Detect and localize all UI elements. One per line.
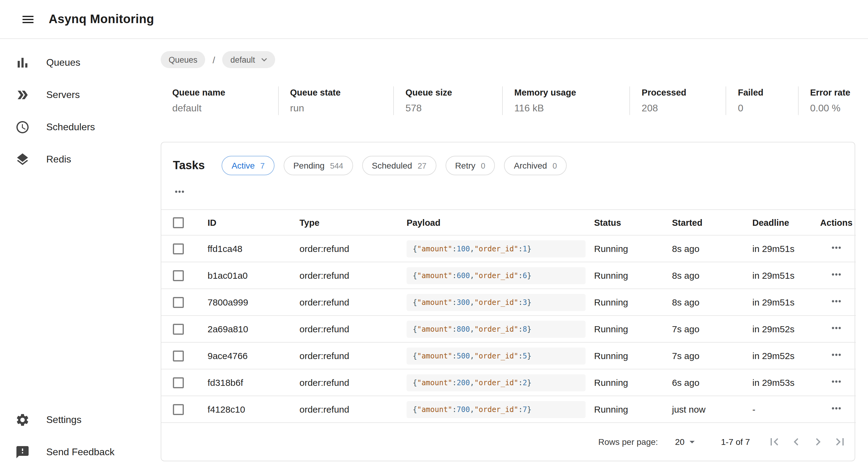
task-type: order:refund [300, 289, 407, 316]
sidebar-item-label: Settings [46, 414, 82, 425]
stat-queue-state: Queue state run [278, 86, 393, 115]
column-header-payload: Payload [407, 210, 594, 235]
first-page-button[interactable] [767, 435, 781, 449]
feedback-icon [15, 444, 30, 459]
task-started: 6s ago [672, 369, 752, 396]
more-horiz-icon [830, 375, 843, 388]
row-actions-button[interactable] [830, 294, 843, 308]
task-started: just now [672, 396, 752, 423]
tab-pending[interactable]: Pending 544 [284, 156, 353, 175]
task-payload: {"amount":500,"order_id":5} [407, 347, 586, 364]
sidebar-item-label: Queues [46, 57, 80, 68]
row-actions-button[interactable] [830, 348, 843, 362]
sidebar-spacer [0, 175, 146, 404]
tab-retry[interactable]: Retry 0 [445, 156, 495, 175]
previous-page-button[interactable] [789, 435, 804, 449]
more-horiz-icon [830, 241, 843, 254]
main-content: Queues / default Queue name default Queu… [146, 39, 868, 468]
bar-chart-icon [15, 55, 30, 70]
task-deadline: in 29m51s [752, 235, 817, 262]
sidebar-item-label: Redis [46, 154, 71, 165]
stat-processed: Processed 208 [629, 86, 725, 115]
last-page-button[interactable] [833, 435, 847, 449]
rows-per-page-select[interactable]: 20 [675, 436, 698, 448]
table-pagination: Rows per page: 20 1-7 of 7 [161, 423, 855, 461]
row-checkbox[interactable] [173, 324, 184, 335]
task-started: 7s ago [672, 342, 752, 369]
task-payload: {"amount":700,"order_id":7} [407, 401, 586, 418]
sidebar-item-redis[interactable]: Redis [0, 143, 146, 175]
app-title: Asynq Monitoring [49, 12, 154, 26]
row-checkbox[interactable] [173, 404, 184, 415]
task-type: order:refund [300, 342, 407, 369]
row-actions-button[interactable] [830, 268, 843, 281]
sidebar-item-send-feedback[interactable]: Send Feedback [0, 436, 146, 468]
chevron-down-icon [259, 54, 270, 65]
stat-queue-name: Queue name default [161, 86, 278, 115]
task-started: 7s ago [672, 316, 752, 342]
row-actions-button[interactable] [830, 241, 843, 254]
tab-archived[interactable]: Archived 0 [504, 156, 567, 175]
task-id: fd318b6f [208, 369, 300, 396]
next-page-button[interactable] [811, 435, 826, 449]
queue-stats: Queue name default Queue state run Queue… [161, 86, 855, 115]
column-header-status: Status [594, 210, 672, 235]
task-type: order:refund [300, 369, 407, 396]
tab-scheduled[interactable]: Scheduled 27 [362, 156, 436, 175]
more-horiz-icon [830, 294, 843, 308]
row-actions-button[interactable] [830, 375, 843, 388]
sidebar: Queues Servers Schedulers Redis Settings [0, 39, 146, 468]
row-checkbox[interactable] [173, 297, 184, 308]
row-checkbox[interactable] [173, 243, 184, 254]
stat-failed: Failed 0 [725, 86, 798, 115]
row-actions-button[interactable] [830, 321, 843, 335]
task-id: 7800a999 [208, 289, 300, 316]
screen: Asynq Monitoring Queues Servers Schedule… [0, 0, 868, 468]
more-horiz-icon [830, 321, 843, 335]
breadcrumb-root-label: Queues [168, 55, 197, 64]
task-payload: {"amount":600,"order_id":6} [407, 267, 586, 284]
first-page-icon [767, 435, 781, 449]
task-payload: {"amount":200,"order_id":2} [407, 374, 586, 391]
table-row: 9ace4766 order:refund {"amount":500,"ord… [161, 342, 856, 369]
task-id: f4128c10 [208, 396, 300, 423]
breadcrumb-queue-select-chip[interactable]: default [222, 51, 275, 68]
select-all-checkbox[interactable] [173, 217, 184, 228]
row-checkbox[interactable] [173, 350, 184, 362]
column-header-deadline: Deadline [752, 210, 817, 235]
table-row: f4128c10 order:refund {"amount":700,"ord… [161, 396, 856, 423]
hamburger-menu-button[interactable] [21, 12, 35, 27]
stat-queue-size: Queue size 578 [393, 86, 502, 115]
tab-active[interactable]: Active 7 [222, 156, 275, 175]
row-checkbox[interactable] [173, 270, 184, 281]
sidebar-item-settings[interactable]: Settings [0, 404, 146, 436]
row-actions-button[interactable] [830, 402, 843, 415]
layers-icon [15, 152, 30, 166]
task-deadline: in 29m52s [752, 342, 817, 369]
tasks-title: Tasks [173, 159, 205, 172]
breadcrumb-queues-chip[interactable]: Queues [161, 51, 206, 68]
table-header-row: ID Type Payload Status Started Deadline … [161, 210, 856, 235]
more-horiz-icon [830, 402, 843, 415]
tasks-card: Tasks Active 7 Pending 544 Scheduled 27 [161, 142, 855, 461]
stat-error-rate: Error rate 0.00 % [798, 86, 855, 115]
table-row: b1ac01a0 order:refund {"amount":600,"ord… [161, 262, 856, 289]
sidebar-item-schedulers[interactable]: Schedulers [0, 111, 146, 143]
task-id: 2a69a810 [208, 316, 300, 342]
task-deadline: - [752, 396, 817, 423]
chevron-right-icon [811, 435, 826, 449]
task-deadline: in 29m51s [752, 289, 817, 316]
row-checkbox[interactable] [173, 377, 184, 388]
bulk-actions-row [161, 175, 855, 209]
more-horiz-icon [830, 268, 843, 281]
sidebar-item-queues[interactable]: Queues [0, 46, 146, 79]
table-row: 7800a999 order:refund {"amount":300,"ord… [161, 289, 856, 316]
task-state-tabs: Active 7 Pending 544 Scheduled 27 Retr [222, 156, 567, 175]
last-page-icon [833, 435, 847, 449]
task-deadline: in 29m51s [752, 262, 817, 289]
more-horiz-icon [830, 348, 843, 362]
column-header-id: ID [208, 210, 300, 235]
sidebar-item-label: Send Feedback [46, 446, 115, 457]
bulk-actions-button[interactable] [173, 185, 186, 198]
sidebar-item-servers[interactable]: Servers [0, 79, 146, 111]
